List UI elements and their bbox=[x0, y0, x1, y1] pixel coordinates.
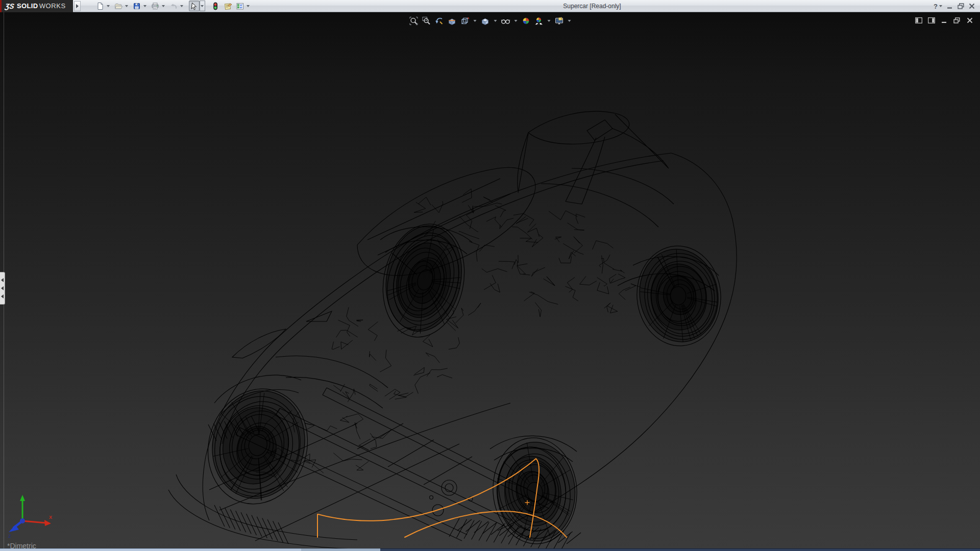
file-properties-icon bbox=[224, 2, 232, 10]
section-view-icon bbox=[447, 16, 456, 26]
chevron-left-icon bbox=[1, 278, 4, 282]
headsup-view-toolbar bbox=[408, 15, 573, 27]
save-button[interactable] bbox=[132, 1, 142, 11]
solidworks-logo-glyph: ƷS bbox=[5, 2, 15, 10]
minimize-icon bbox=[941, 17, 947, 23]
pane-left-icon bbox=[915, 17, 922, 23]
new-document-icon bbox=[96, 2, 104, 10]
chevron-right-icon bbox=[76, 4, 79, 8]
x-axis-label: X bbox=[49, 515, 52, 520]
view-settings-button[interactable] bbox=[553, 15, 565, 27]
document-window-controls bbox=[914, 16, 974, 24]
display-style-dropdown[interactable] bbox=[492, 15, 499, 27]
view-orientation-label: *Dimetric bbox=[7, 542, 36, 548]
traffic-light-icon bbox=[211, 2, 219, 10]
undo-arrow-icon bbox=[169, 2, 178, 10]
zoom-to-area-button[interactable] bbox=[421, 15, 432, 27]
previous-view-icon bbox=[434, 16, 444, 26]
chevron-down-icon bbox=[180, 5, 183, 7]
print-dropdown[interactable] bbox=[161, 1, 166, 11]
minimize-button[interactable] bbox=[947, 3, 953, 9]
taskbar-segment-right[interactable] bbox=[380, 548, 980, 551]
orientation-triad[interactable]: X Z bbox=[4, 492, 55, 539]
chevron-down-icon bbox=[939, 5, 942, 7]
solidworks-logo-text-light: WORKS bbox=[39, 2, 66, 10]
options-button[interactable] bbox=[235, 1, 246, 11]
titlebar-controls: ? bbox=[934, 0, 975, 12]
taskbar-segment-mid[interactable] bbox=[301, 548, 380, 551]
restore-icon bbox=[953, 17, 960, 23]
solidworks-logo: ƷS SOLID WORKS bbox=[0, 0, 73, 12]
chevron-down-icon bbox=[107, 5, 110, 7]
edit-appearance-button[interactable] bbox=[520, 15, 532, 27]
view-orientation-dropdown[interactable] bbox=[472, 15, 478, 27]
previous-view-button[interactable] bbox=[433, 15, 445, 27]
taskbar-segment-left[interactable] bbox=[0, 548, 301, 551]
eyeglasses-icon bbox=[501, 16, 510, 26]
windows-taskbar-edge bbox=[0, 548, 980, 551]
save-floppy-icon bbox=[133, 2, 141, 10]
open-button[interactable] bbox=[113, 1, 124, 11]
options-checklist-icon bbox=[236, 2, 244, 10]
chevron-left-icon bbox=[1, 294, 4, 298]
chevron-down-icon bbox=[162, 5, 165, 7]
display-style-button[interactable] bbox=[479, 15, 491, 27]
restore-button[interactable] bbox=[958, 3, 964, 9]
help-glyph: ? bbox=[934, 3, 938, 10]
zoom-to-fit-icon bbox=[409, 16, 418, 26]
toggle-right-pane-button[interactable] bbox=[927, 16, 936, 24]
x-axis-arrowhead bbox=[44, 520, 51, 526]
undo-dropdown[interactable] bbox=[179, 1, 185, 11]
restore-document-button[interactable] bbox=[952, 16, 961, 24]
new-document-dropdown[interactable] bbox=[106, 1, 111, 11]
print-button[interactable] bbox=[150, 1, 161, 11]
new-document-button[interactable] bbox=[95, 1, 106, 11]
view-orientation-button[interactable] bbox=[459, 15, 471, 27]
chevron-down-icon bbox=[125, 5, 128, 7]
appearance-ball-icon bbox=[521, 16, 530, 26]
solidworks-logo-text-bold: SOLID bbox=[17, 2, 38, 10]
select-cursor-icon bbox=[190, 2, 198, 10]
open-dropdown[interactable] bbox=[124, 1, 130, 11]
chevron-left-icon bbox=[1, 286, 4, 290]
chevron-down-icon bbox=[143, 5, 146, 7]
save-dropdown[interactable] bbox=[142, 1, 148, 11]
chevron-down-icon bbox=[494, 20, 497, 22]
view-orientation-cube-icon bbox=[460, 16, 469, 26]
section-view-button[interactable] bbox=[446, 15, 458, 27]
close-button[interactable] bbox=[969, 3, 975, 9]
file-properties-button[interactable] bbox=[223, 1, 233, 11]
chevron-down-icon bbox=[201, 5, 204, 7]
undo-button[interactable] bbox=[168, 1, 179, 11]
zoom-to-area-icon bbox=[422, 16, 431, 26]
car-generated-detail bbox=[194, 189, 726, 548]
menu-expand-arrow[interactable] bbox=[74, 1, 81, 11]
triad-origin bbox=[20, 518, 25, 523]
printer-icon bbox=[151, 2, 159, 10]
wireframe-car-model bbox=[0, 12, 980, 548]
rebuild-button[interactable] bbox=[210, 1, 221, 11]
select-button[interactable] bbox=[189, 1, 200, 11]
chevron-down-icon bbox=[514, 20, 517, 22]
panel-splitter-tab[interactable] bbox=[0, 272, 5, 305]
apply-scene-button[interactable] bbox=[533, 15, 545, 27]
x-axis-arrow bbox=[22, 521, 46, 523]
minimize-document-button[interactable] bbox=[940, 16, 948, 24]
titlebar: ƷS SOLID WORKS bbox=[0, 0, 980, 12]
close-document-button[interactable] bbox=[965, 16, 974, 24]
help-button[interactable]: ? bbox=[934, 3, 942, 10]
scene-checker-ball-icon bbox=[534, 16, 543, 26]
options-dropdown[interactable] bbox=[246, 1, 251, 11]
graphics-viewport[interactable]: X Z *Dimetric bbox=[0, 12, 980, 548]
chevron-down-icon bbox=[547, 20, 550, 22]
zoom-to-fit-button[interactable] bbox=[408, 15, 420, 27]
hide-show-items-dropdown[interactable] bbox=[512, 15, 519, 27]
view-settings-dropdown[interactable] bbox=[566, 15, 573, 27]
window-title: Supercar [Read-only] bbox=[240, 3, 944, 10]
z-axis-label: Z bbox=[8, 534, 11, 539]
hide-show-items-button[interactable] bbox=[500, 15, 511, 27]
toggle-left-pane-button[interactable] bbox=[914, 16, 923, 24]
open-folder-icon bbox=[114, 2, 122, 10]
select-dropdown[interactable] bbox=[200, 1, 205, 11]
apply-scene-dropdown[interactable] bbox=[546, 15, 552, 27]
